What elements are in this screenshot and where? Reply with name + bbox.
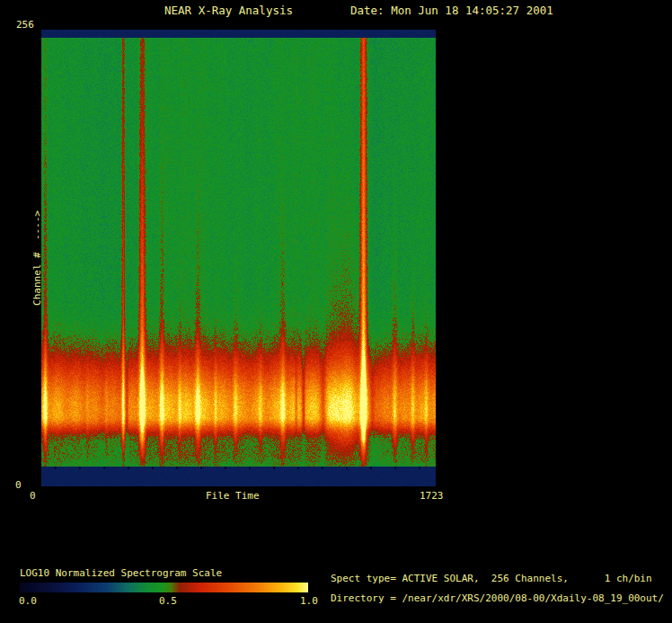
directory-line: Directory = /near/xdr/XRS/2000/08-00/Xda… (331, 592, 664, 604)
y-axis-min-label: 0 (15, 479, 22, 491)
x-axis-title: File Time (206, 490, 260, 502)
colorbar-label: LOG10 Normalized Spectrogram Scale (20, 567, 222, 579)
colorbar-tick-max: 1.0 (300, 595, 318, 607)
near-xray-analysis-window: NEAR X-Ray Analysis Date: Mon Jun 18 14:… (0, 0, 672, 623)
colorbar-tick-mid: 0.5 (159, 595, 177, 607)
colorbar-canvas (20, 583, 308, 592)
x-axis-max-label: 1723 (420, 490, 444, 502)
window-title: NEAR X-Ray Analysis (164, 4, 293, 17)
spectrogram-canvas (41, 30, 436, 486)
spect-type-line: Spect type= ACTIVE SOLAR, 256 Channels, … (331, 573, 652, 584)
header-date: Date: Mon Jun 18 14:05:27 2001 (350, 4, 553, 17)
x-axis-min-label: 0 (30, 490, 36, 502)
colorbar-tick-min: 0.0 (19, 595, 37, 607)
